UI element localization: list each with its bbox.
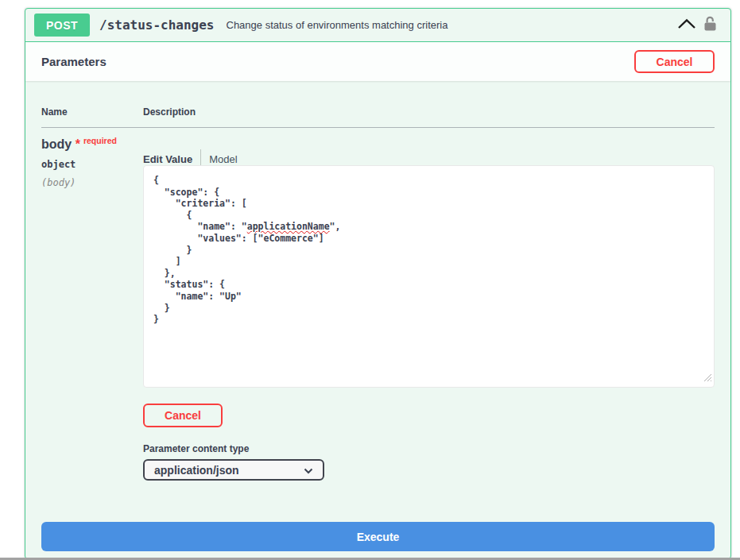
collapse-chevron-icon[interactable] xyxy=(677,18,696,33)
resize-handle-icon[interactable] xyxy=(703,373,712,385)
cancel-parameters-button[interactable]: Cancel xyxy=(634,50,715,73)
parameter-location: (body) xyxy=(41,177,143,188)
operation-description: Change status of environments matching c… xyxy=(227,19,678,31)
operation-summary[interactable]: POST /status-changes Change status of en… xyxy=(25,9,730,42)
tab-edit-value[interactable]: Edit Value xyxy=(143,153,192,165)
name-column-header: Name xyxy=(41,97,143,128)
request-body-editor[interactable]: { "scope": { "criteria": [ { "name": "ap… xyxy=(143,165,715,388)
method-badge: POST xyxy=(34,14,90,37)
unlocked-padlock-icon[interactable] xyxy=(704,16,716,34)
description-column-header: Description xyxy=(143,97,715,128)
required-asterisk: * xyxy=(76,137,80,151)
parameters-section-header: Parameters Cancel xyxy=(25,42,730,81)
execute-button[interactable]: Execute xyxy=(41,522,715,551)
parameter-content-type: Parameter content type application/json xyxy=(143,443,715,481)
editor-tabs: Edit Value Model xyxy=(143,149,715,165)
content-type-select[interactable]: application/json xyxy=(143,459,324,481)
body-parameter-name-cell: body *required object (body) xyxy=(41,128,143,489)
operation-panel: POST /status-changes Change status of en… xyxy=(25,8,731,559)
parameters-table-container: Name Description body *required object (… xyxy=(25,81,730,504)
cancel-edit-button[interactable]: Cancel xyxy=(143,404,223,427)
request-body-text: { "scope": { "criteria": [ { "name": "ap… xyxy=(153,175,340,325)
body-parameter-description-cell: Edit Value Model { "scope": { "criteria"… xyxy=(143,128,715,489)
parameter-type: object xyxy=(41,159,143,170)
parameter-name: body *required xyxy=(41,137,143,152)
content-type-selected: application/json xyxy=(154,464,239,477)
content-type-label: Parameter content type xyxy=(143,443,715,454)
required-label: required xyxy=(80,136,117,145)
tab-separator xyxy=(200,149,201,165)
parameters-title: Parameters xyxy=(41,55,107,68)
parameters-table: Name Description body *required object (… xyxy=(41,97,715,489)
select-chevron-icon xyxy=(304,464,313,477)
operation-path: /status-changes xyxy=(99,17,215,33)
execute-wrapper: Execute xyxy=(25,504,730,560)
body-parameter-row: body *required object (body) Edit Value … xyxy=(41,128,715,489)
tab-model[interactable]: Model xyxy=(209,153,237,165)
